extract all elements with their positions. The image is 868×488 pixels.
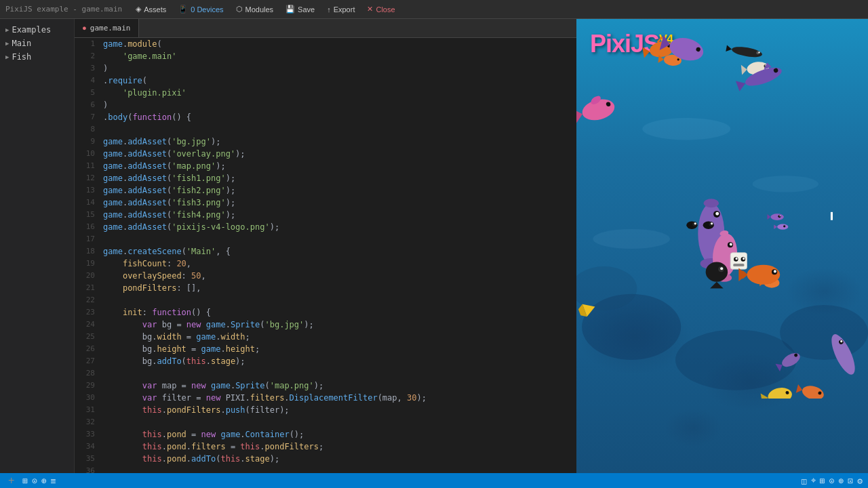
svg-point-76 [767,386,793,398]
svg-point-60 [770,214,783,220]
menu-icon[interactable]: ≡ [51,476,56,486]
svg-point-45 [735,258,737,260]
code-line: 14game.addAsset('fish3.png'); [75,197,576,209]
editor-area[interactable]: ● game.main 1game.module( 2 'game.main' … [75,19,576,473]
bottom-icons-right: ◫ ⌖ ⊞ ⊙ ⊕ ⊡ ⚙ [802,475,863,486]
fish-black-round [706,262,728,289]
svg-marker-70 [738,268,747,281]
code-line: 18game.createScene('Main', { [75,245,576,258]
layout-icon[interactable]: ◫ [802,476,807,486]
code-line: 21 pondFilters: [], [75,282,576,294]
code-line: 31 this.pondFilters.push(filter); [75,404,576,416]
grid-icon[interactable]: ⊞ [22,476,28,486]
circle-icon[interactable]: ⊙ [829,476,835,486]
svg-point-64 [777,224,788,230]
plus-circle-icon[interactable]: ⊕ [41,476,47,486]
sidebar-item-examples[interactable]: ▶ Examples [0,23,74,37]
code-line: 23 init: function() { [75,306,576,319]
fish-purple-right-2 [774,224,788,230]
export-icon: ↑ [327,5,331,14]
fish-orange-bottom [795,382,825,399]
code-line: 13game.addAsset('fish2.png'); [75,184,576,197]
fish-yellow-bottom [760,386,793,398]
code-line: 30 var filter = new PIXI.filters.Displac… [75,392,576,404]
code-line: 11game.addAsset('map.png'); [75,160,576,172]
code-line: 22 [75,294,576,306]
svg-marker-77 [761,392,769,399]
svg-point-51 [720,267,723,270]
sidebar-item-fish[interactable]: ▶ Fish [0,50,74,64]
rock-shape [675,329,796,390]
svg-marker-66 [774,224,777,228]
target-icon[interactable]: ⊙ [32,476,37,486]
svg-rect-48 [733,264,744,266]
devices-icon: 📱 [178,5,188,14]
save-btn[interactable]: 💾 Save [280,3,320,15]
code-line: 36 [75,465,576,473]
sidebar: ▶ Examples ▶ Main ▶ Fish [0,19,75,473]
svg-point-61 [778,215,781,218]
svg-point-72 [774,270,776,272]
code-area: 1game.module( 2 'game.main' 3) 4.require… [75,38,576,473]
code-line: 9game.addAsset('bg.jpg'); [75,136,576,148]
code-line: 20 overlaySpeed: 50, [75,270,576,282]
bottom-bar: + ⊞ ⊙ ⊕ ≡ ◫ ⌖ ⊞ ⊙ ⊕ ⊡ ⚙ [0,473,868,488]
code-line: 10game.addAsset('overlay.png'); [75,148,576,160]
square-icon[interactable]: ⊡ [848,476,853,486]
svg-marker-16 [726,45,732,53]
devices-btn[interactable]: 📱 0 Devices [173,3,229,15]
editor-tab-item[interactable]: ● game.main [75,19,139,37]
bottom-icons-left: ⊞ ⊙ ⊕ ≡ [22,476,56,486]
rock-shape [780,305,868,360]
svg-point-65 [783,225,785,227]
plus2-icon[interactable]: ⊕ [839,476,844,486]
close-icon: ✕ [367,5,373,14]
assets-btn[interactable]: ◈ Assets [130,3,172,15]
sidebar-item-main[interactable]: ▶ Main [0,37,74,50]
bottom-right-icons: ◫ ⌖ ⊞ ⊙ ⊕ ⊡ ⚙ [802,475,863,486]
svg-point-47 [743,258,745,260]
svg-point-34 [694,222,696,224]
code-line: 24 var bg = new game.Sprite('bg.jpg'); [75,319,576,331]
code-line: 12game.addAsset('fish1.png'); [75,172,576,184]
arrow-icon: ▶ [5,26,9,33]
code-line: 15game.addAsset('fish4.png'); [75,209,576,221]
svg-marker-52 [710,282,723,289]
code-line: 26 bg.height = game.height; [75,343,576,355]
code-line: 5 'plugin.pixi' [75,87,576,99]
code-line: 27 bg.addTo(this.stage); [75,355,576,367]
code-line: 25 bg.width = game.width; [75,331,576,343]
code-line: 17 [75,233,576,245]
code-line: 1game.module( [75,38,576,50]
svg-point-49 [706,262,728,282]
main-area: ▶ Examples ▶ Main ▶ Fish ● game.main 1ga… [0,19,868,473]
save-icon: 💾 [285,5,295,14]
code-line: 28 [75,367,576,380]
assets-icon: ◈ [136,5,141,14]
toolbar-title: PixiJS example - game.main [5,5,122,14]
grid2-icon[interactable]: ⊞ [820,476,825,486]
svg-marker-20 [741,64,747,75]
code-line: 4.require( [75,75,576,87]
export-btn[interactable]: ↑ Export [321,4,360,15]
code-line: 3) [75,62,576,75]
svg-marker-1 [642,46,650,58]
svg-point-37 [711,222,713,224]
code-line: 32 [75,416,576,428]
crosshair-icon[interactable]: ⌖ [811,475,816,486]
arrow-icon: ▶ [5,54,9,60]
code-line: 19 fishCount: 20, [75,258,576,270]
svg-marker-80 [796,384,804,394]
svg-point-30 [715,212,719,216]
fish-white-cube [730,253,747,269]
fish-scene [576,19,868,399]
water-ripple [753,176,818,192]
close-btn[interactable]: ✕ Close [361,3,400,15]
svg-point-69 [747,265,781,285]
code-line: 16game.addAsset('pixijs-v4-logo.png'); [75,221,576,233]
add-tab-btn[interactable]: + [5,474,17,487]
fish-pink-1 [576,91,617,125]
underwater-background: PixiJSV4 [576,19,868,473]
modules-btn[interactable]: ⬡ Modules [231,3,279,15]
gear-icon[interactable]: ⚙ [857,476,863,486]
